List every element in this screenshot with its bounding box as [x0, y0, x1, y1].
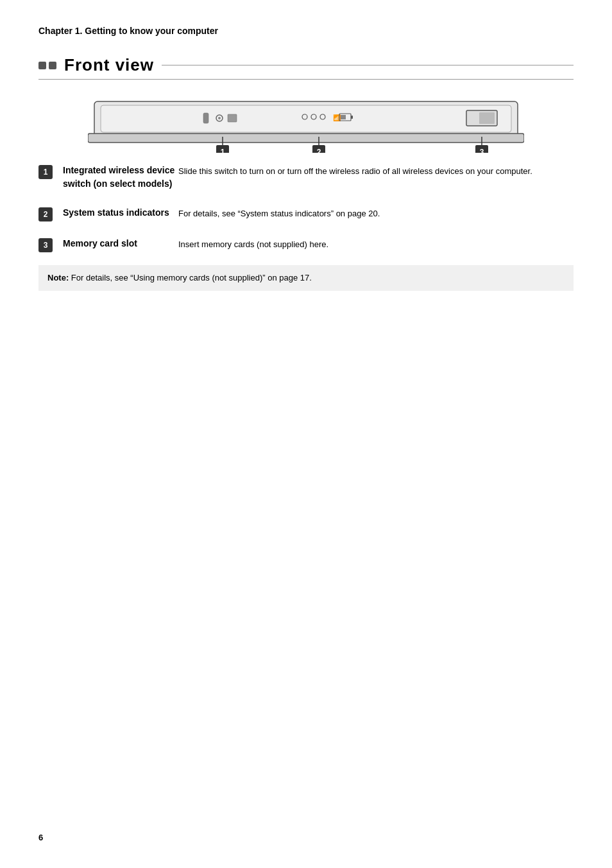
feature-name-2: System status indicators	[63, 206, 178, 220]
page-number: 6	[38, 833, 43, 842]
note-label: Note:	[47, 273, 69, 282]
svg-rect-3	[203, 113, 208, 123]
feature-number-3: 3	[38, 238, 53, 252]
feature-number-2: 2	[38, 207, 53, 221]
feature-description-1: Slide this switch to turn on or turn off…	[178, 164, 574, 178]
note-box: Note: For details, see “Using memory car…	[38, 265, 574, 291]
section-divider	[162, 65, 574, 65]
laptop-diagram: 📶 1 2 3	[88, 95, 524, 155]
svg-rect-1	[88, 134, 524, 143]
chapter-title: Chapter 1. Getting to know your computer	[38, 26, 574, 36]
feature-description-3: Insert memory cards (not supplied) here.	[178, 237, 574, 252]
svg-rect-15	[479, 112, 495, 124]
feature-row-2: 2 System status indicators For details, …	[38, 204, 574, 224]
svg-rect-12	[351, 116, 353, 119]
feature-row-1: 1 Integrated wireless device switch (on …	[38, 161, 574, 193]
note-text: For details, see “Using memory cards (no…	[69, 273, 312, 282]
section-title: Front view	[64, 55, 154, 75]
svg-rect-13	[341, 115, 346, 119]
svg-text:2: 2	[317, 148, 321, 153]
section-header: Front view	[38, 55, 574, 80]
svg-text:1: 1	[221, 148, 225, 153]
feature-description-2: For details, see “System status indicato…	[178, 206, 574, 221]
section-icons	[38, 62, 56, 69]
feature-list: 1 Integrated wireless device switch (on …	[38, 161, 574, 255]
section-icon-2	[49, 62, 56, 69]
feature-name-3: Memory card slot	[63, 237, 178, 250]
svg-rect-6	[228, 114, 237, 122]
section-icon-1	[38, 62, 46, 69]
feature-name-1: Integrated wireless device switch (on se…	[63, 164, 178, 191]
feature-row-3: 3 Memory card slot Insert memory cards (…	[38, 234, 574, 255]
feature-number-1: 1	[38, 165, 53, 179]
laptop-front-svg: 📶 1 2 3	[88, 95, 524, 153]
svg-point-5	[218, 117, 221, 119]
svg-text:3: 3	[480, 148, 484, 153]
